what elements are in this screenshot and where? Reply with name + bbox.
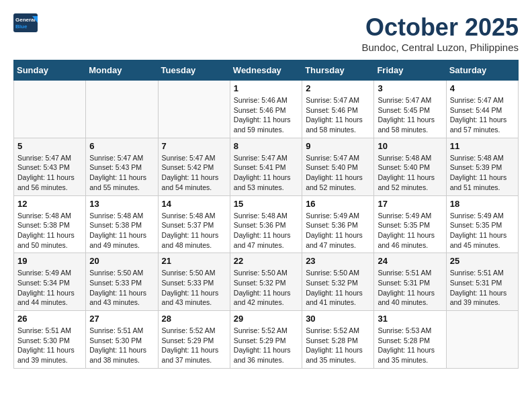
calendar-cell: 17Sunrise: 5:49 AM Sunset: 5:35 PM Dayli… [374, 195, 446, 253]
cell-content: Sunrise: 5:48 AM Sunset: 5:39 PM Dayligh… [450, 153, 515, 193]
cell-content: Sunrise: 5:51 AM Sunset: 5:30 PM Dayligh… [89, 326, 154, 365]
calendar-cell: 14Sunrise: 5:48 AM Sunset: 5:37 PM Dayli… [158, 195, 230, 253]
calendar-cell: 5Sunrise: 5:47 AM Sunset: 5:43 PM Daylig… [14, 138, 86, 195]
calendar-cell: 24Sunrise: 5:51 AM Sunset: 5:31 PM Dayli… [374, 253, 446, 311]
cell-content: Sunrise: 5:47 AM Sunset: 5:42 PM Dayligh… [162, 153, 226, 193]
calendar-cell: 9Sunrise: 5:47 AM Sunset: 5:40 PM Daylig… [302, 138, 374, 195]
day-number: 7 [162, 141, 226, 151]
calendar-cell: 12Sunrise: 5:48 AM Sunset: 5:38 PM Dayli… [14, 195, 86, 253]
calendar-cell: 11Sunrise: 5:48 AM Sunset: 5:39 PM Dayli… [446, 138, 518, 195]
day-number: 20 [89, 256, 154, 266]
weekday-header-saturday: Saturday [446, 60, 518, 81]
calendar-cell: 4Sunrise: 5:47 AM Sunset: 5:44 PM Daylig… [446, 81, 518, 138]
cell-content: Sunrise: 5:52 AM Sunset: 5:29 PM Dayligh… [162, 326, 226, 365]
cell-content: Sunrise: 5:51 AM Sunset: 5:31 PM Dayligh… [450, 268, 515, 308]
calendar-cell: 30Sunrise: 5:52 AM Sunset: 5:28 PM Dayli… [302, 311, 374, 369]
day-number: 16 [306, 199, 370, 209]
day-number: 4 [450, 83, 515, 93]
day-number: 1 [234, 83, 298, 93]
calendar-cell [86, 81, 158, 138]
cell-content: Sunrise: 5:47 AM Sunset: 5:40 PM Dayligh… [306, 153, 370, 193]
cell-content: Sunrise: 5:47 AM Sunset: 5:43 PM Dayligh… [89, 153, 154, 193]
calendar-week-row: 5Sunrise: 5:47 AM Sunset: 5:43 PM Daylig… [14, 138, 519, 195]
title-section: October 2025 Bundoc, Central Luzon, Phil… [362, 13, 519, 53]
weekday-header-thursday: Thursday [302, 60, 374, 81]
day-number: 10 [378, 141, 442, 151]
calendar-cell: 8Sunrise: 5:47 AM Sunset: 5:41 PM Daylig… [230, 138, 302, 195]
day-number: 24 [378, 256, 442, 266]
month-title: October 2025 [362, 13, 519, 42]
calendar-cell: 27Sunrise: 5:51 AM Sunset: 5:30 PM Dayli… [86, 311, 158, 369]
cell-content: Sunrise: 5:52 AM Sunset: 5:28 PM Dayligh… [306, 326, 370, 365]
logo: General Blue [13, 13, 38, 32]
calendar-cell [14, 81, 86, 138]
day-number: 22 [234, 256, 298, 266]
calendar-week-row: 19Sunrise: 5:49 AM Sunset: 5:34 PM Dayli… [14, 253, 519, 311]
calendar-cell: 2Sunrise: 5:47 AM Sunset: 5:46 PM Daylig… [302, 81, 374, 138]
day-number: 5 [17, 141, 82, 151]
day-number: 11 [450, 141, 515, 151]
calendar-table: SundayMondayTuesdayWednesdayThursdayFrid… [13, 60, 519, 369]
calendar-cell: 1Sunrise: 5:46 AM Sunset: 5:46 PM Daylig… [230, 81, 302, 138]
cell-content: Sunrise: 5:53 AM Sunset: 5:28 PM Dayligh… [378, 326, 442, 365]
calendar-cell: 3Sunrise: 5:47 AM Sunset: 5:45 PM Daylig… [374, 81, 446, 138]
cell-content: Sunrise: 5:49 AM Sunset: 5:35 PM Dayligh… [450, 211, 515, 250]
weekday-header-friday: Friday [374, 60, 446, 81]
cell-content: Sunrise: 5:52 AM Sunset: 5:29 PM Dayligh… [234, 326, 298, 365]
cell-content: Sunrise: 5:46 AM Sunset: 5:46 PM Dayligh… [234, 95, 298, 135]
cell-content: Sunrise: 5:47 AM Sunset: 5:45 PM Dayligh… [378, 95, 442, 135]
calendar-cell [158, 81, 230, 138]
cell-content: Sunrise: 5:48 AM Sunset: 5:37 PM Dayligh… [162, 211, 226, 250]
cell-content: Sunrise: 5:47 AM Sunset: 5:41 PM Dayligh… [234, 153, 298, 193]
day-number: 9 [306, 141, 370, 151]
calendar-week-row: 12Sunrise: 5:48 AM Sunset: 5:38 PM Dayli… [14, 195, 519, 253]
day-number: 25 [450, 256, 515, 266]
calendar-cell: 16Sunrise: 5:49 AM Sunset: 5:36 PM Dayli… [302, 195, 374, 253]
calendar-cell: 31Sunrise: 5:53 AM Sunset: 5:28 PM Dayli… [374, 311, 446, 369]
logo-icon: General Blue [13, 13, 38, 32]
calendar-cell: 28Sunrise: 5:52 AM Sunset: 5:29 PM Dayli… [158, 311, 230, 369]
calendar-cell: 13Sunrise: 5:48 AM Sunset: 5:38 PM Dayli… [86, 195, 158, 253]
cell-content: Sunrise: 5:49 AM Sunset: 5:36 PM Dayligh… [306, 211, 370, 250]
calendar-cell: 20Sunrise: 5:50 AM Sunset: 5:33 PM Dayli… [86, 253, 158, 311]
day-number: 26 [17, 314, 82, 324]
weekday-header-wednesday: Wednesday [230, 60, 302, 81]
location-subtitle: Bundoc, Central Luzon, Philippines [362, 42, 519, 53]
calendar-cell: 18Sunrise: 5:49 AM Sunset: 5:35 PM Dayli… [446, 195, 518, 253]
day-number: 6 [89, 141, 154, 151]
calendar-cell: 23Sunrise: 5:50 AM Sunset: 5:32 PM Dayli… [302, 253, 374, 311]
day-number: 21 [162, 256, 226, 266]
day-number: 29 [234, 314, 298, 324]
day-number: 18 [450, 199, 515, 209]
cell-content: Sunrise: 5:51 AM Sunset: 5:31 PM Dayligh… [378, 268, 442, 308]
cell-content: Sunrise: 5:47 AM Sunset: 5:44 PM Dayligh… [450, 95, 515, 135]
cell-content: Sunrise: 5:47 AM Sunset: 5:43 PM Dayligh… [17, 153, 82, 193]
cell-content: Sunrise: 5:48 AM Sunset: 5:40 PM Dayligh… [378, 153, 442, 193]
weekday-header-tuesday: Tuesday [158, 60, 230, 81]
day-number: 19 [17, 256, 82, 266]
cell-content: Sunrise: 5:49 AM Sunset: 5:34 PM Dayligh… [17, 268, 82, 308]
day-number: 31 [378, 314, 442, 324]
calendar-cell: 6Sunrise: 5:47 AM Sunset: 5:43 PM Daylig… [86, 138, 158, 195]
day-number: 28 [162, 314, 226, 324]
day-number: 12 [17, 199, 82, 209]
cell-content: Sunrise: 5:50 AM Sunset: 5:33 PM Dayligh… [162, 268, 226, 308]
calendar-week-row: 1Sunrise: 5:46 AM Sunset: 5:46 PM Daylig… [14, 81, 519, 138]
day-number: 23 [306, 256, 370, 266]
day-number: 17 [378, 199, 442, 209]
calendar-cell [446, 311, 518, 369]
day-number: 15 [234, 199, 298, 209]
cell-content: Sunrise: 5:48 AM Sunset: 5:36 PM Dayligh… [234, 211, 298, 250]
day-number: 8 [234, 141, 298, 151]
calendar-cell: 26Sunrise: 5:51 AM Sunset: 5:30 PM Dayli… [14, 311, 86, 369]
day-number: 27 [89, 314, 154, 324]
calendar-cell: 21Sunrise: 5:50 AM Sunset: 5:33 PM Dayli… [158, 253, 230, 311]
calendar-cell: 29Sunrise: 5:52 AM Sunset: 5:29 PM Dayli… [230, 311, 302, 369]
day-number: 14 [162, 199, 226, 209]
cell-content: Sunrise: 5:50 AM Sunset: 5:32 PM Dayligh… [234, 268, 298, 308]
cell-content: Sunrise: 5:50 AM Sunset: 5:33 PM Dayligh… [89, 268, 154, 308]
calendar-cell: 15Sunrise: 5:48 AM Sunset: 5:36 PM Dayli… [230, 195, 302, 253]
day-number: 3 [378, 83, 442, 93]
day-number: 30 [306, 314, 370, 324]
svg-text:Blue: Blue [15, 24, 28, 30]
